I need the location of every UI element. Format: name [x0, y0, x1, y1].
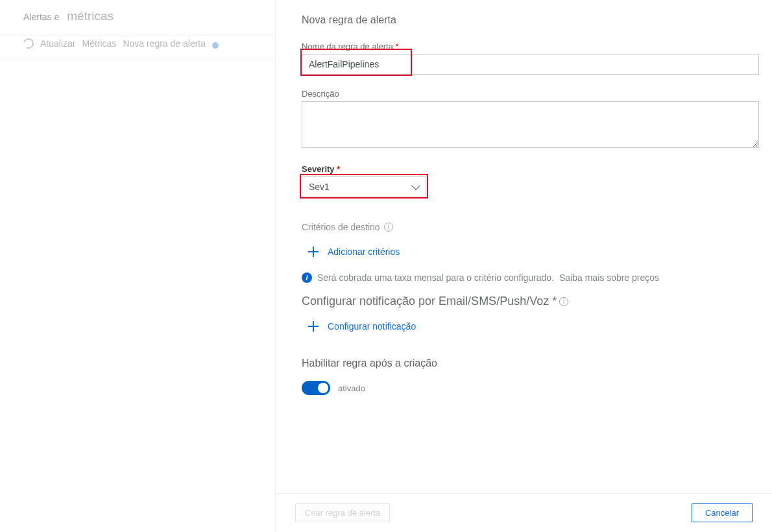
- info-solid-icon: i: [302, 272, 312, 283]
- refresh-icon[interactable]: [21, 36, 35, 50]
- configure-notification-label: Configurar notificação: [328, 321, 416, 332]
- notify-heading-text: Configurar notificação por Email/SMS/Pus…: [302, 295, 557, 308]
- pricing-link[interactable]: Saiba mais sobre preços: [559, 272, 659, 283]
- toolbar-new-rule-label[interactable]: Nova regra de alerta: [123, 38, 206, 49]
- severity-value: Sev1: [309, 182, 330, 192]
- toolbar-refresh-label[interactable]: Atualizar: [40, 38, 75, 49]
- panel-title: Nova regra de alerta: [302, 14, 759, 26]
- plus-icon: [308, 247, 319, 257]
- notify-heading: Configurar notificação por Email/SMS/Pus…: [302, 295, 759, 308]
- chevron-down-icon: [411, 181, 420, 190]
- footer: Criar regra de alerta Cancelar: [276, 493, 772, 532]
- left-toolbar: Atualizar Métricas Nova regra de alerta: [0, 35, 275, 58]
- severity-select[interactable]: Sev1: [302, 176, 426, 197]
- info-outline-icon-2[interactable]: i: [559, 297, 568, 306]
- description-label: Descrição: [302, 89, 759, 99]
- add-criteria-label: Adicionar critérios: [328, 247, 400, 257]
- configure-notification-button[interactable]: Configurar notificação: [308, 321, 759, 332]
- cancel-button[interactable]: Cancelar: [692, 503, 753, 522]
- left-title-1: Alertas e: [23, 12, 59, 22]
- status-dot-icon: [212, 42, 219, 49]
- left-title-2: métricas: [67, 9, 114, 23]
- left-panel: Alertas e métricas Atualizar Métricas No…: [0, 0, 276, 532]
- info-outline-icon[interactable]: i: [384, 223, 393, 232]
- description-input[interactable]: [302, 101, 759, 148]
- criteria-heading: Critérios de destino i: [302, 222, 759, 232]
- toolbar-metrics-label[interactable]: Métricas: [82, 38, 116, 49]
- required-star: *: [396, 42, 399, 51]
- name-label: Nome da regra de alerta *: [302, 42, 759, 51]
- required-star-severity: *: [337, 164, 340, 174]
- toggle-state-label: ativado: [338, 383, 365, 393]
- severity-label: Severity *: [302, 164, 759, 174]
- enable-heading: Habilitar regra após a criação: [302, 357, 759, 369]
- right-panel: Nova regra de alerta Nome da regra de al…: [276, 0, 772, 532]
- plus-icon-2: [308, 321, 319, 332]
- toggle-knob: [318, 383, 328, 393]
- create-rule-button: Criar regra de alerta: [295, 503, 390, 522]
- criteria-heading-text: Critérios de destino: [302, 222, 380, 232]
- name-label-text: Nome da regra de alerta: [302, 42, 396, 51]
- add-criteria-button[interactable]: Adicionar critérios: [308, 247, 759, 257]
- enable-toggle[interactable]: [302, 381, 330, 395]
- alert-rule-name-input[interactable]: [302, 54, 759, 75]
- severity-label-text: Severity: [302, 164, 335, 174]
- pricing-info-text: Será cobrada uma taxa mensal para o crit…: [317, 272, 554, 283]
